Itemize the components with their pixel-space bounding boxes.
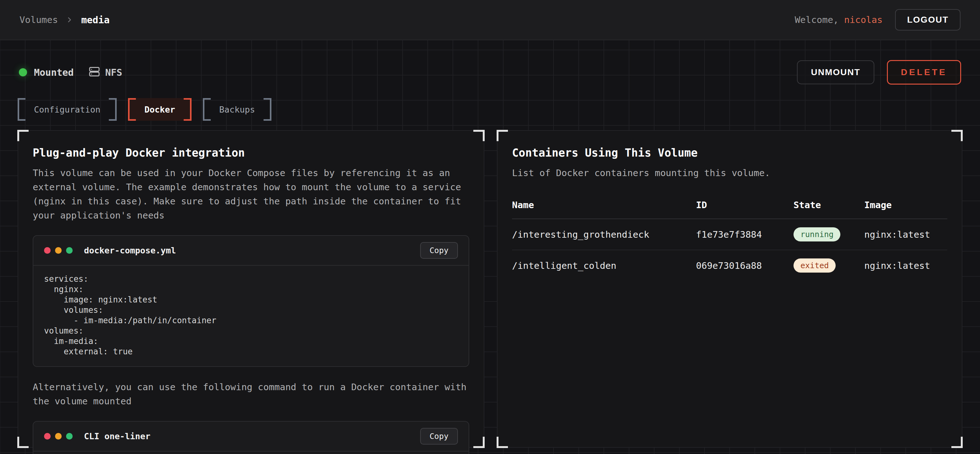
column-header-image: Image — [864, 200, 947, 210]
container-id: 069e73016a88 — [696, 260, 794, 271]
state-badge: running — [794, 227, 840, 241]
tab-docker[interactable]: Docker — [128, 98, 191, 121]
compose-code-block: docker-compose.yml Copy services: nginx:… — [33, 235, 469, 367]
column-header-id: ID — [696, 200, 794, 210]
panel-corner-bracket — [496, 437, 508, 448]
panel-corner-bracket — [17, 130, 29, 141]
panel-corner-bracket — [17, 437, 29, 448]
column-header-name: Name — [512, 200, 696, 210]
panel-corner-bracket — [951, 130, 963, 141]
docker-panel-description: This volume can be used in your Docker C… — [33, 166, 469, 222]
containers-panel-subtitle: List of Docker containers mounting this … — [512, 166, 947, 180]
container-image: nginx:latest — [864, 260, 947, 271]
tab-configuration[interactable]: Configuration — [18, 98, 117, 121]
compose-filename: docker-compose.yml — [84, 246, 176, 255]
table-row: /interesting_grothendieck f1e73e7f3884 r… — [512, 219, 947, 250]
chevron-right-icon — [65, 16, 73, 24]
column-header-state: State — [794, 200, 864, 210]
state-badge: exited — [794, 259, 836, 273]
containers-panel-title: Containers Using This Volume — [512, 146, 947, 159]
mount-status: Mounted — [19, 67, 73, 78]
table-header-row: Name ID State Image — [512, 200, 947, 219]
table-row: /intelligent_colden 069e73016a88 exited … — [512, 250, 947, 281]
copy-compose-button[interactable]: Copy — [420, 242, 458, 259]
tab-backups[interactable]: Backups — [203, 98, 271, 121]
compose-code-content: services: nginx: image: nginx:latest vol… — [33, 266, 469, 366]
main-content: Mounted NFS UNMOUNT DELETE Configuration… — [0, 40, 980, 454]
top-header-bar: Volumes media Welcome, nicolas LOGOUT — [0, 0, 980, 40]
traffic-light-amber-icon — [55, 433, 62, 440]
unmount-button[interactable]: UNMOUNT — [797, 60, 874, 84]
traffic-light-amber-icon — [55, 247, 62, 254]
tab-bar: Configuration Docker Backups — [0, 98, 980, 121]
traffic-light-green-icon — [66, 247, 73, 254]
username: nicolas — [844, 14, 883, 25]
delete-button[interactable]: DELETE — [887, 60, 961, 84]
cli-code-content: docker run -v im-media:/path/in/containe… — [33, 451, 469, 454]
docker-panel-title: Plug-and-play Docker integration — [33, 146, 469, 159]
mounted-status-label: Mounted — [34, 67, 73, 78]
container-name: /interesting_grothendieck — [512, 229, 696, 240]
breadcrumb: Volumes media — [19, 14, 110, 25]
volume-type: NFS — [89, 66, 122, 79]
copy-cli-button[interactable]: Copy — [420, 428, 458, 444]
traffic-light-red-icon — [44, 247, 51, 254]
container-id: f1e73e7f3884 — [696, 229, 794, 240]
cli-alt-description: Alternatively, you can use the following… — [33, 380, 469, 408]
mounted-status-dot-icon — [19, 68, 27, 76]
container-image: nginx:latest — [864, 229, 947, 240]
logout-button[interactable]: LOGOUT — [895, 9, 961, 30]
breadcrumb-current-volume: media — [81, 14, 110, 25]
traffic-light-green-icon — [66, 433, 73, 440]
panel-corner-bracket — [951, 437, 963, 448]
server-icon — [89, 66, 100, 79]
panel-corner-bracket — [496, 130, 508, 141]
docker-integration-panel: Plug-and-play Docker integration This vo… — [18, 130, 484, 448]
welcome-text: Welcome, nicolas — [795, 14, 883, 25]
breadcrumb-volumes-link[interactable]: Volumes — [19, 14, 58, 25]
container-name: /intelligent_colden — [512, 260, 696, 271]
panel-corner-bracket — [473, 437, 485, 448]
containers-panel: Containers Using This Volume List of Doc… — [497, 130, 963, 448]
traffic-light-red-icon — [44, 433, 51, 440]
cli-code-block: CLI one-liner Copy docker run -v im-medi… — [33, 421, 469, 454]
panel-corner-bracket — [473, 130, 485, 141]
containers-table: Name ID State Image /interesting_grothen… — [512, 200, 947, 281]
cli-filename: CLI one-liner — [84, 431, 150, 441]
volume-type-label: NFS — [105, 67, 122, 78]
